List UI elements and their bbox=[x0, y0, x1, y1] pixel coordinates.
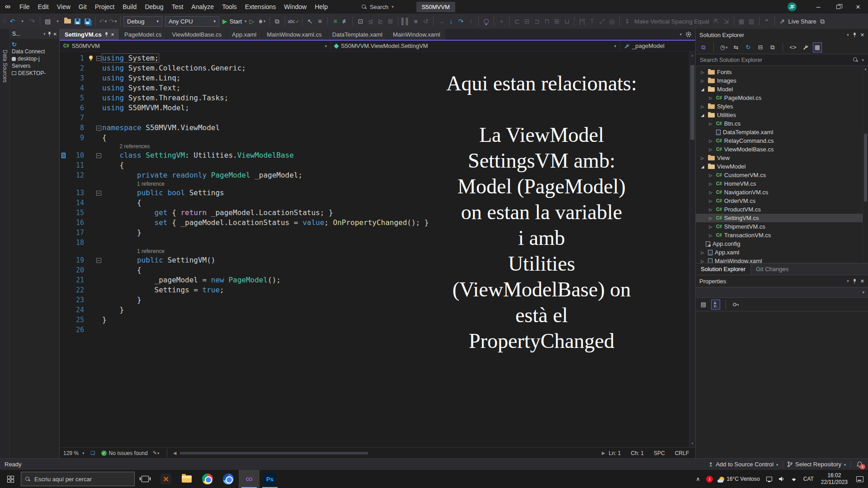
fold-collapse-icon[interactable]: − bbox=[96, 126, 101, 131]
menu-debug[interactable]: Debug bbox=[141, 0, 167, 14]
line-number[interactable]: 16 bbox=[67, 218, 87, 228]
document-tab-viewmodelbase-cs[interactable]: ViewModelBase.cs bbox=[167, 29, 227, 40]
tree-item-mainwindow-xaml[interactable]: ▷MainWindow.xaml bbox=[696, 257, 868, 263]
restore-button[interactable] bbox=[828, 0, 848, 14]
tree-item-transactionvm-cs[interactable]: ▷C#TransactionVM.cs bbox=[696, 231, 868, 239]
start-button[interactable] bbox=[0, 470, 21, 488]
line-number[interactable]: 11 bbox=[67, 160, 87, 170]
document-tab-app-xaml[interactable]: App.xaml bbox=[227, 29, 262, 40]
expander-collapsed-icon[interactable]: ▷ bbox=[708, 122, 714, 126]
live-share-label[interactable]: Live Share bbox=[788, 18, 817, 25]
scroll-down-icon[interactable]: ▾ bbox=[689, 441, 695, 446]
expander-collapsed-icon[interactable]: ▷ bbox=[699, 156, 706, 160]
start-debug-button[interactable]: ▶ Start ▾ bbox=[222, 16, 247, 27]
data-sources-vertical-tab[interactable]: Data Sources bbox=[2, 50, 8, 458]
tree-item-viewmodel[interactable]: ◢ViewModel bbox=[696, 162, 868, 171]
line-number[interactable]: 21 bbox=[67, 275, 87, 285]
expander-expanded-icon[interactable]: ◢ bbox=[699, 113, 706, 117]
line-indicator[interactable]: Ln: 1 bbox=[609, 450, 621, 456]
document-tab-settingvm-cs[interactable]: SettingVM.cs× bbox=[60, 29, 119, 40]
notifications-bell[interactable]: 1 bbox=[855, 460, 863, 469]
size-to-grid-icon[interactable]: ⤢ bbox=[597, 16, 607, 27]
line-number[interactable]: 9 bbox=[67, 133, 87, 143]
sync-with-active-document-icon[interactable]: ⇆ bbox=[731, 42, 741, 52]
tree-item-customervm-cs[interactable]: ▷C#CustomerVM.cs bbox=[696, 171, 868, 179]
scrollbar-thumb[interactable] bbox=[864, 134, 867, 202]
show-next-statement-icon[interactable]: → bbox=[436, 16, 446, 27]
solution-configuration-dropdown[interactable]: Debug▾ bbox=[123, 16, 162, 27]
line-number[interactable]: 25 bbox=[67, 315, 87, 325]
codelens-references[interactable]: 1 reference bbox=[102, 180, 165, 188]
navigate-back-icon[interactable]: ↶ bbox=[8, 16, 17, 27]
tree-item-ordervm-cs[interactable]: ▷C#OrderVM.cs bbox=[696, 197, 868, 205]
tree-item-homevm-cs[interactable]: ▷C#HomeVM.cs bbox=[696, 179, 868, 188]
server-explorer-item-desktop[interactable]: DESKTOP- bbox=[10, 70, 59, 77]
breadcrumb-type[interactable]: S50MVVM.ViewModel.SettingVM ▾ bbox=[331, 41, 620, 51]
expander-expanded-icon[interactable]: ◢ bbox=[699, 164, 706, 169]
select-pointer-icon[interactable]: ↖ bbox=[305, 16, 315, 27]
browser-1-button[interactable] bbox=[197, 470, 218, 488]
expander-expanded-icon[interactable]: ◢ bbox=[699, 87, 706, 92]
scroll-up-icon[interactable]: ▲ bbox=[863, 67, 868, 70]
tab-git-changes[interactable]: Git Changes bbox=[751, 263, 793, 275]
line-number[interactable]: 12 bbox=[67, 170, 87, 180]
lock-controls-icon[interactable]: ◎ bbox=[607, 16, 617, 27]
align-centers-icon[interactable]: ⊟ bbox=[522, 16, 532, 27]
expander-collapsed-icon[interactable]: ▷ bbox=[708, 182, 714, 186]
menu-test[interactable]: Test bbox=[168, 0, 188, 14]
network-tray-icon[interactable] bbox=[788, 470, 800, 488]
select-repository-button[interactable]: Select Repository ▴ bbox=[788, 461, 846, 468]
line-ending-indicator[interactable]: CRLF bbox=[675, 450, 689, 456]
line-number[interactable]: 18 bbox=[67, 238, 87, 248]
view-code-icon[interactable]: <> bbox=[788, 42, 797, 52]
menu-tools[interactable]: Tools bbox=[218, 0, 241, 14]
expander-collapsed-icon[interactable]: ▷ bbox=[708, 225, 714, 229]
properties-pages-icon[interactable]: ⧉ bbox=[768, 42, 777, 52]
document-tab-mainwindow-xaml[interactable]: MainWindow.xaml bbox=[388, 29, 446, 40]
line-number[interactable]: 17 bbox=[67, 228, 87, 238]
expander-collapsed-icon[interactable]: ▷ bbox=[708, 139, 714, 143]
toggle-bookmark-icon[interactable]: ⊡ bbox=[356, 16, 365, 27]
gear-icon[interactable] bbox=[685, 31, 692, 38]
space-indicator[interactable]: SPC bbox=[654, 450, 665, 456]
expander-collapsed-icon[interactable]: ▷ bbox=[708, 233, 714, 238]
code-cleanup-icon[interactable]: ✎▾ bbox=[151, 448, 161, 459]
visual-studio-taskbar-button[interactable]: ∞ bbox=[239, 470, 259, 488]
expander-collapsed-icon[interactable]: ▷ bbox=[699, 79, 706, 83]
next-bookmark-icon[interactable]: ⊵ bbox=[376, 16, 385, 27]
make-same-width-icon[interactable]: |*| bbox=[577, 16, 587, 27]
menu-analyze[interactable]: Analyze bbox=[187, 0, 218, 14]
find-in-files-icon[interactable]: ⧉ bbox=[273, 16, 282, 27]
line-number[interactable]: 20 bbox=[67, 265, 87, 275]
tree-item-pagemodel-cs[interactable]: ▷C#PageModel.cs bbox=[696, 94, 868, 102]
collapse-all-icon[interactable]: ⊟ bbox=[756, 42, 765, 52]
scroll-up-icon[interactable]: ▴ bbox=[689, 53, 695, 57]
pin-icon[interactable] bbox=[104, 32, 108, 37]
line-number[interactable]: 8 bbox=[67, 123, 87, 133]
tree-item-styles[interactable]: ▷Styles bbox=[696, 102, 868, 111]
align-lefts-icon[interactable]: ⊏ bbox=[512, 16, 522, 27]
line-number[interactable]: 1 bbox=[67, 53, 87, 63]
line-number[interactable]: 14 bbox=[67, 198, 87, 208]
photoshop-taskbar-button[interactable]: Ps bbox=[259, 470, 280, 488]
breadcrumb-member[interactable]: _pageModel bbox=[620, 41, 695, 51]
breadcrumb-project[interactable]: C# S50MVVM ▾ bbox=[60, 41, 331, 51]
codelens-references[interactable]: 1 reference bbox=[102, 248, 165, 255]
editor-vertical-scrollbar[interactable]: ▴ ▾ bbox=[689, 52, 695, 447]
tree-item-datatemplate-xaml[interactable]: DataTemplate.xaml bbox=[696, 128, 868, 136]
switch-views-icon[interactable]: ⧉ bbox=[699, 42, 708, 52]
align-rights-icon[interactable]: ⊐ bbox=[532, 16, 542, 27]
column-indicator[interactable]: Ch: 1 bbox=[631, 450, 644, 456]
server-explorer-item-servers[interactable]: Servers bbox=[10, 62, 59, 70]
chevron-down-icon[interactable]: ▾ bbox=[43, 32, 46, 36]
pin-icon[interactable] bbox=[853, 33, 857, 38]
tree-item-app-config[interactable]: App.config bbox=[696, 239, 868, 248]
expander-collapsed-icon[interactable]: ▷ bbox=[699, 250, 706, 255]
weather-widget[interactable]: 16°C Ventoso bbox=[716, 470, 763, 488]
menu-extensions[interactable]: Extensions bbox=[241, 0, 280, 14]
document-tab-pagemodel-cs[interactable]: PageModel.cs bbox=[119, 29, 167, 40]
fold-collapse-icon[interactable]: − bbox=[96, 56, 101, 61]
grid-icon[interactable]: ▦ bbox=[737, 16, 746, 27]
expander-collapsed-icon[interactable]: ▷ bbox=[699, 70, 706, 75]
undo-icon[interactable]: ↶▾ bbox=[98, 16, 108, 27]
